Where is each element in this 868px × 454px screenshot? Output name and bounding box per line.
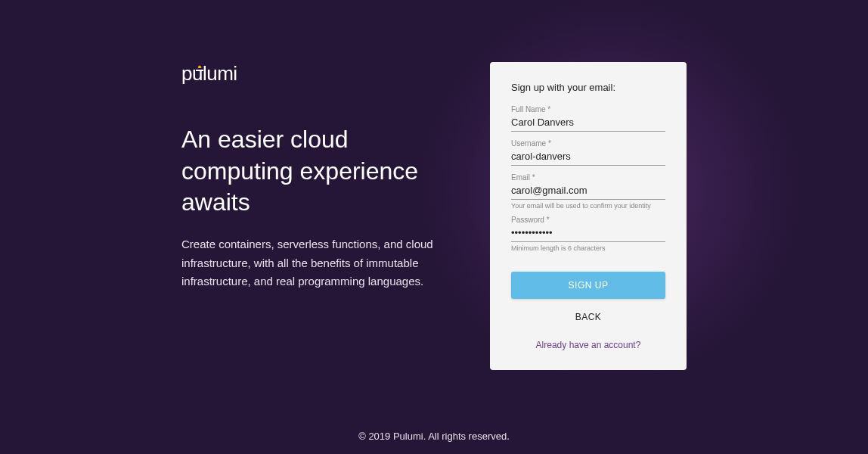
full-name-label: Full Name * — [511, 105, 665, 114]
username-input[interactable] — [511, 148, 665, 166]
password-label: Password * — [511, 216, 665, 224]
svg-text:pulumi: pulumi — [181, 62, 237, 85]
form-title: Sign up with your email: — [511, 82, 665, 93]
already-have-account-link[interactable]: Already have an account? — [511, 340, 665, 350]
password-help: Minimum length is 6 characters — [511, 244, 665, 252]
page-headline: An easier cloud computing experience awa… — [181, 124, 448, 219]
footer-text: © 2019 Pulumi. All rights reserved. — [0, 431, 868, 442]
back-button[interactable]: BACK — [511, 303, 665, 331]
email-help: Your email will be used to confirm your … — [511, 202, 665, 210]
signup-button[interactable]: SIGN UP — [511, 272, 665, 299]
username-label: Username * — [511, 139, 665, 148]
email-input[interactable] — [511, 182, 665, 200]
password-input[interactable] — [511, 225, 665, 242]
full-name-input[interactable] — [511, 114, 665, 132]
brand-logo: pulumi — [181, 62, 448, 85]
signup-card: Sign up with your email: Full Name * Use… — [490, 62, 687, 370]
page-subhead: Create containers, serverless functions,… — [181, 235, 448, 291]
email-label: Email * — [511, 173, 665, 182]
